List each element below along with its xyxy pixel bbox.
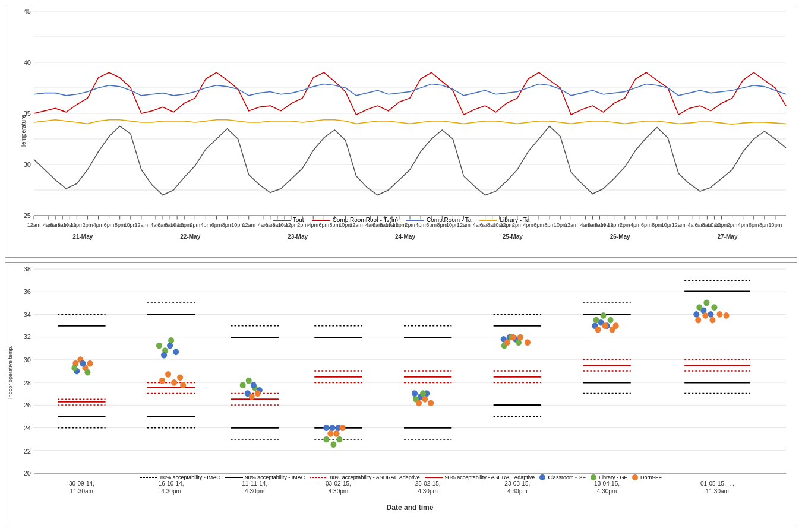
svg-text:25-May: 25-May <box>503 233 523 239</box>
svg-point-228 <box>180 382 186 388</box>
svg-text:12pm: 12pm <box>285 222 299 228</box>
svg-text:26: 26 <box>24 401 31 408</box>
top-y-axis-label: Temperature <box>20 115 27 148</box>
svg-point-224 <box>159 378 165 384</box>
svg-text:03-02-15,: 03-02-15, <box>326 480 351 487</box>
svg-text:11:30am: 11:30am <box>70 488 93 495</box>
svg-point-322 <box>695 317 701 324</box>
svg-text:32: 32 <box>24 333 31 340</box>
svg-text:12pm: 12pm <box>500 222 513 228</box>
svg-text:24: 24 <box>24 425 31 432</box>
svg-text:21-May: 21-May <box>72 233 93 239</box>
svg-point-256 <box>336 436 342 443</box>
svg-text:22-May: 22-May <box>180 233 200 239</box>
library-gf-dot-icon <box>591 474 596 480</box>
svg-point-221 <box>161 352 167 359</box>
tout-line-icon <box>273 220 291 221</box>
svg-point-271 <box>420 390 426 397</box>
svg-text:2pm: 2pm <box>190 222 200 228</box>
svg-point-308 <box>613 322 619 329</box>
svg-text:24-May: 24-May <box>395 233 415 239</box>
svg-text:12pm: 12pm <box>178 222 191 228</box>
top-chart-svg: 45 40 35 30 25 12am <box>34 11 786 216</box>
svg-text:6pm: 6pm <box>533 222 544 228</box>
svg-point-236 <box>240 382 246 388</box>
svg-text:25-02-15,: 25-02-15, <box>415 480 441 487</box>
svg-text:34: 34 <box>24 311 31 318</box>
svg-text:27-May: 27-May <box>718 233 738 239</box>
svg-point-289 <box>510 334 516 341</box>
svg-point-320 <box>703 300 709 306</box>
svg-text:12pm: 12pm <box>393 222 406 228</box>
svg-text:4:30pm: 4:30pm <box>597 488 617 495</box>
svg-text:16-10-14,: 16-10-14, <box>159 480 184 487</box>
svg-point-302 <box>593 317 599 324</box>
comp-room-line-icon <box>406 220 424 221</box>
svg-text:25: 25 <box>24 212 31 219</box>
svg-text:2pm: 2pm <box>512 222 523 228</box>
svg-point-251 <box>323 425 329 431</box>
bottom-chart-legend: 80% acceptability - IMAC 90% acceptabili… <box>11 474 791 480</box>
svg-point-291 <box>525 339 531 346</box>
svg-point-259 <box>339 425 345 431</box>
svg-point-210 <box>84 369 90 376</box>
svg-text:36: 36 <box>24 288 31 295</box>
svg-text:23-03-15,: 23-03-15, <box>504 480 530 487</box>
legend-dorm-ff: Dorm-FF <box>632 474 662 480</box>
svg-point-242 <box>249 394 255 400</box>
comp-roomroof-line-icon <box>312 220 330 221</box>
svg-text:12pm: 12pm <box>607 222 621 228</box>
svg-point-325 <box>716 311 722 318</box>
legend-dorm-ff-label: Dorm-FF <box>640 474 662 480</box>
svg-point-218 <box>156 343 162 349</box>
legend-90-ashrae-icon <box>425 474 443 480</box>
svg-text:4pm: 4pm <box>738 222 749 228</box>
svg-point-272 <box>416 400 422 406</box>
svg-point-290 <box>517 334 523 341</box>
svg-text:4:30pm: 4:30pm <box>507 488 527 495</box>
legend-90-ashrae: 90% acceptability - ASHRAE Adaptive <box>425 474 535 480</box>
legend-80-imac-icon <box>140 474 158 480</box>
svg-text:26-May: 26-May <box>610 233 630 239</box>
svg-text:4:30pm: 4:30pm <box>161 488 181 495</box>
legend-90-ashrae-label: 90% acceptability - ASHRAE Adaptive <box>445 474 535 480</box>
svg-text:4pm: 4pm <box>415 222 426 228</box>
legend-library-gf: Library - GF <box>591 474 627 480</box>
svg-point-227 <box>177 374 183 381</box>
svg-point-288 <box>504 339 510 346</box>
svg-text:30: 30 <box>24 356 31 363</box>
svg-point-209 <box>71 365 77 371</box>
svg-point-326 <box>724 312 730 319</box>
svg-point-225 <box>165 371 171 378</box>
legend-90-imac-icon <box>225 474 243 480</box>
svg-text:4:30pm: 4:30pm <box>418 488 437 495</box>
svg-text:4:30pm: 4:30pm <box>245 488 264 495</box>
svg-point-222 <box>167 343 173 349</box>
legend-80-ashrae-label: 80% acceptability - ASHRAE Adaptive <box>330 474 420 480</box>
svg-point-303 <box>601 312 607 319</box>
svg-point-319 <box>696 304 702 311</box>
svg-text:12am: 12am <box>242 222 255 228</box>
svg-text:4:30pm: 4:30pm <box>329 488 348 495</box>
svg-text:4pm: 4pm <box>201 222 211 228</box>
legend-classroom-gf: Classroom - GF <box>539 474 586 480</box>
svg-text:6pm: 6pm <box>319 222 330 228</box>
svg-point-237 <box>246 378 252 384</box>
svg-text:35: 35 <box>24 110 31 117</box>
legend-80-imac-label: 80% acceptability - IMAC <box>160 474 220 480</box>
svg-point-274 <box>428 400 434 406</box>
svg-point-243 <box>255 390 261 397</box>
svg-text:45: 45 <box>24 8 31 15</box>
svg-point-255 <box>330 441 336 448</box>
svg-text:4pm: 4pm <box>523 222 533 228</box>
svg-text:40: 40 <box>24 59 31 66</box>
svg-text:12am: 12am <box>457 222 471 228</box>
svg-text:2pm: 2pm <box>620 222 630 228</box>
legend-80-ashrae: 80% acceptability - ASHRAE Adaptive <box>310 474 420 480</box>
legend-90-imac-label: 90% acceptability - IMAC <box>245 474 305 480</box>
svg-point-267 <box>412 390 418 397</box>
svg-point-305 <box>595 327 601 333</box>
bottom-chart-svg: 38 36 34 32 30 28 26 24 22 20 <box>34 269 786 473</box>
svg-text:22: 22 <box>24 447 31 454</box>
svg-text:2pm: 2pm <box>727 222 738 228</box>
